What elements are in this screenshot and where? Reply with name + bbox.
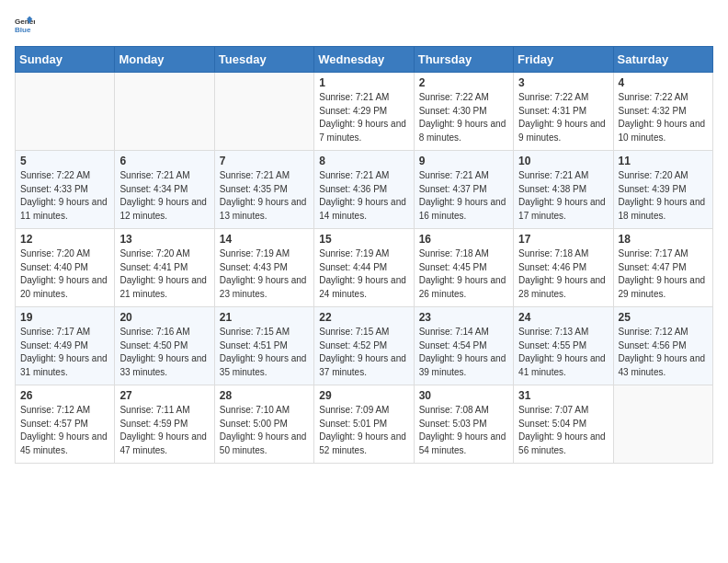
calendar-cell: 5Sunrise: 7:22 AMSunset: 4:33 PMDaylight…: [16, 151, 115, 229]
day-info: Sunrise: 7:17 AMSunset: 4:49 PMDaylight:…: [20, 326, 109, 379]
day-number: 8: [319, 155, 408, 167]
day-number: 29: [319, 389, 408, 402]
day-info: Sunrise: 7:21 AMSunset: 4:35 PMDaylight:…: [220, 169, 309, 223]
day-number: 4: [619, 76, 708, 89]
weekday-header-tuesday: Tuesday: [214, 47, 313, 73]
weekday-header-friday: Friday: [514, 47, 613, 73]
day-number: 27: [119, 389, 209, 402]
day-info: Sunrise: 7:20 AMSunset: 4:41 PMDaylight:…: [119, 247, 209, 301]
day-info: Sunrise: 7:15 AMSunset: 4:51 PMDaylight:…: [220, 326, 309, 379]
svg-text:Blue: Blue: [15, 26, 31, 34]
calendar-cell: 12Sunrise: 7:20 AMSunset: 4:40 PMDayligh…: [16, 229, 115, 307]
calendar-cell: 25Sunrise: 7:12 AMSunset: 4:56 PMDayligh…: [613, 307, 712, 385]
calendar-cell: 3Sunrise: 7:22 AMSunset: 4:31 PMDaylight…: [514, 73, 613, 151]
calendar-cell: 2Sunrise: 7:22 AMSunset: 4:30 PMDaylight…: [414, 73, 513, 151]
day-info: Sunrise: 7:13 AMSunset: 4:55 PMDaylight:…: [518, 326, 608, 379]
page-header: General Blue: [15, 15, 713, 35]
day-number: 9: [419, 155, 508, 167]
weekday-header-row: SundayMondayTuesdayWednesdayThursdayFrid…: [16, 47, 713, 73]
calendar-cell: 18Sunrise: 7:17 AMSunset: 4:47 PMDayligh…: [613, 229, 712, 307]
day-number: 11: [619, 155, 708, 167]
day-number: 17: [518, 233, 608, 246]
calendar-cell: 1Sunrise: 7:21 AMSunset: 4:29 PMDaylight…: [314, 73, 414, 151]
day-info: Sunrise: 7:21 AMSunset: 4:34 PMDaylight:…: [119, 169, 209, 223]
day-info: Sunrise: 7:15 AMSunset: 4:52 PMDaylight:…: [319, 326, 408, 379]
calendar-cell: 4Sunrise: 7:22 AMSunset: 4:32 PMDaylight…: [613, 73, 712, 151]
day-info: Sunrise: 7:21 AMSunset: 4:37 PMDaylight:…: [419, 169, 508, 223]
day-number: 25: [619, 311, 708, 324]
calendar-cell: [115, 73, 214, 151]
calendar-cell: 11Sunrise: 7:20 AMSunset: 4:39 PMDayligh…: [613, 151, 712, 229]
calendar-cell: 17Sunrise: 7:18 AMSunset: 4:46 PMDayligh…: [514, 229, 613, 307]
day-number: 2: [419, 76, 508, 89]
day-number: 20: [119, 311, 209, 324]
day-number: 12: [20, 233, 109, 246]
day-number: 7: [220, 155, 309, 167]
day-number: 18: [619, 233, 708, 246]
calendar-cell: 30Sunrise: 7:08 AMSunset: 5:03 PMDayligh…: [414, 385, 513, 464]
calendar-cell: [613, 385, 712, 464]
logo: General Blue: [15, 15, 35, 35]
day-info: Sunrise: 7:18 AMSunset: 4:46 PMDaylight:…: [518, 247, 608, 301]
calendar-week-1: 1Sunrise: 7:21 AMSunset: 4:29 PMDaylight…: [16, 73, 713, 151]
day-info: Sunrise: 7:20 AMSunset: 4:40 PMDaylight:…: [20, 247, 109, 301]
day-info: Sunrise: 7:22 AMSunset: 4:32 PMDaylight:…: [619, 91, 708, 144]
day-number: 14: [220, 233, 309, 246]
calendar-cell: 6Sunrise: 7:21 AMSunset: 4:34 PMDaylight…: [115, 151, 214, 229]
calendar-cell: 23Sunrise: 7:14 AMSunset: 4:54 PMDayligh…: [414, 307, 513, 385]
calendar-cell: 8Sunrise: 7:21 AMSunset: 4:36 PMDaylight…: [314, 151, 414, 229]
day-number: 24: [518, 311, 608, 324]
calendar-cell: 13Sunrise: 7:20 AMSunset: 4:41 PMDayligh…: [115, 229, 214, 307]
calendar-cell: 10Sunrise: 7:21 AMSunset: 4:38 PMDayligh…: [514, 151, 613, 229]
calendar-week-3: 12Sunrise: 7:20 AMSunset: 4:40 PMDayligh…: [16, 229, 713, 307]
calendar-table: SundayMondayTuesdayWednesdayThursdayFrid…: [15, 46, 713, 464]
calendar-cell: 28Sunrise: 7:10 AMSunset: 5:00 PMDayligh…: [214, 385, 313, 464]
day-number: 1: [319, 76, 408, 89]
calendar-cell: 21Sunrise: 7:15 AMSunset: 4:51 PMDayligh…: [214, 307, 313, 385]
weekday-header-monday: Monday: [115, 47, 214, 73]
calendar-cell: 7Sunrise: 7:21 AMSunset: 4:35 PMDaylight…: [214, 151, 313, 229]
weekday-header-wednesday: Wednesday: [314, 47, 414, 73]
day-info: Sunrise: 7:10 AMSunset: 5:00 PMDaylight:…: [220, 404, 309, 457]
day-info: Sunrise: 7:12 AMSunset: 4:57 PMDaylight:…: [20, 404, 109, 457]
calendar-cell: 22Sunrise: 7:15 AMSunset: 4:52 PMDayligh…: [314, 307, 414, 385]
weekday-header-saturday: Saturday: [613, 47, 712, 73]
day-info: Sunrise: 7:21 AMSunset: 4:38 PMDaylight:…: [518, 169, 608, 223]
day-info: Sunrise: 7:21 AMSunset: 4:29 PMDaylight:…: [319, 91, 408, 144]
calendar-week-5: 26Sunrise: 7:12 AMSunset: 4:57 PMDayligh…: [16, 385, 713, 464]
day-number: 6: [119, 155, 209, 167]
day-info: Sunrise: 7:20 AMSunset: 4:39 PMDaylight:…: [619, 169, 708, 223]
day-number: 23: [419, 311, 508, 324]
day-info: Sunrise: 7:12 AMSunset: 4:56 PMDaylight:…: [619, 326, 708, 379]
weekday-header-thursday: Thursday: [414, 47, 513, 73]
calendar-cell: 31Sunrise: 7:07 AMSunset: 5:04 PMDayligh…: [514, 385, 613, 464]
day-info: Sunrise: 7:17 AMSunset: 4:47 PMDaylight:…: [619, 247, 708, 301]
day-info: Sunrise: 7:07 AMSunset: 5:04 PMDaylight:…: [518, 404, 608, 457]
day-number: 30: [419, 389, 508, 402]
day-number: 16: [419, 233, 508, 246]
day-number: 31: [518, 389, 608, 402]
day-number: 13: [119, 233, 209, 246]
day-number: 26: [20, 389, 109, 402]
day-number: 22: [319, 311, 408, 324]
day-number: 5: [20, 155, 109, 167]
calendar-cell: 29Sunrise: 7:09 AMSunset: 5:01 PMDayligh…: [314, 385, 414, 464]
calendar-cell: [214, 73, 313, 151]
calendar-cell: 27Sunrise: 7:11 AMSunset: 4:59 PMDayligh…: [115, 385, 214, 464]
calendar-cell: 9Sunrise: 7:21 AMSunset: 4:37 PMDaylight…: [414, 151, 513, 229]
day-number: 15: [319, 233, 408, 246]
weekday-header-sunday: Sunday: [16, 47, 115, 73]
day-info: Sunrise: 7:08 AMSunset: 5:03 PMDaylight:…: [419, 404, 508, 457]
day-info: Sunrise: 7:18 AMSunset: 4:45 PMDaylight:…: [419, 247, 508, 301]
day-info: Sunrise: 7:19 AMSunset: 4:44 PMDaylight:…: [319, 247, 408, 301]
day-info: Sunrise: 7:22 AMSunset: 4:31 PMDaylight:…: [518, 91, 608, 144]
calendar-week-2: 5Sunrise: 7:22 AMSunset: 4:33 PMDaylight…: [16, 151, 713, 229]
day-info: Sunrise: 7:14 AMSunset: 4:54 PMDaylight:…: [419, 326, 508, 379]
calendar-cell: [16, 73, 115, 151]
logo-icon: General Blue: [15, 15, 35, 35]
calendar-cell: 15Sunrise: 7:19 AMSunset: 4:44 PMDayligh…: [314, 229, 414, 307]
calendar-cell: 14Sunrise: 7:19 AMSunset: 4:43 PMDayligh…: [214, 229, 313, 307]
day-info: Sunrise: 7:09 AMSunset: 5:01 PMDaylight:…: [319, 404, 408, 457]
day-info: Sunrise: 7:11 AMSunset: 4:59 PMDaylight:…: [119, 404, 209, 457]
day-info: Sunrise: 7:22 AMSunset: 4:30 PMDaylight:…: [419, 91, 508, 144]
